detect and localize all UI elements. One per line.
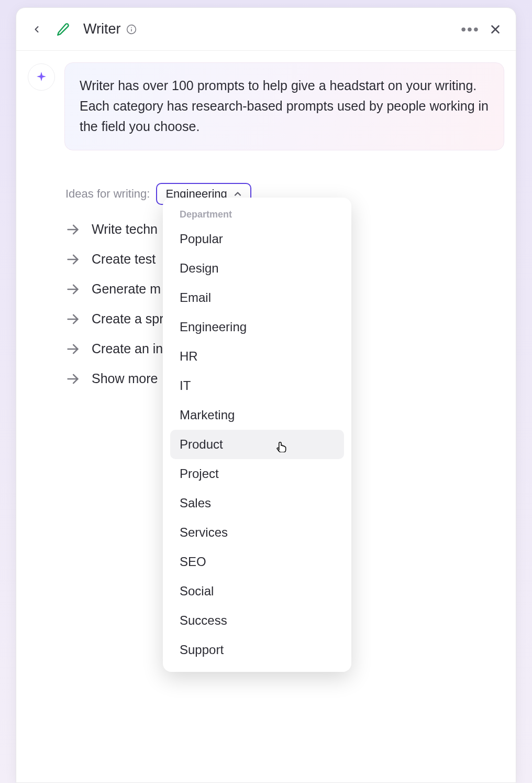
dropdown-item[interactable]: Email: [170, 283, 344, 312]
dropdown-item[interactable]: HR: [170, 342, 344, 371]
prompt-item-label: Create an in: [92, 341, 163, 356]
prompt-item-label: Generate m: [92, 281, 161, 297]
dropdown-item-label: Success: [180, 613, 227, 627]
writer-panel: Writer ••• Writer has over 100: [16, 7, 516, 783]
more-button[interactable]: •••: [461, 20, 479, 38]
arrow-right-icon: [65, 372, 80, 386]
dropdown-item-label: Project: [180, 466, 219, 481]
header-left: Writer: [28, 20, 137, 38]
ideas-label: Ideas for writing:: [65, 187, 150, 201]
dropdown-item-label: SEO: [180, 554, 206, 569]
back-button[interactable]: [28, 20, 46, 38]
dropdown-item[interactable]: Project: [170, 459, 344, 488]
dropdown-item-label: Email: [180, 290, 211, 304]
intro-row: Writer has over 100 prompts to help give…: [28, 62, 504, 150]
arrow-right-icon: [65, 312, 80, 327]
panel-title-text: Writer: [83, 21, 121, 37]
dropdown-section-label: Department: [170, 207, 344, 224]
dropdown-item[interactable]: Engineering: [170, 312, 344, 342]
arrow-right-icon: [65, 342, 80, 356]
dropdown-item-label: Social: [180, 584, 214, 598]
dropdown-item-label: Sales: [180, 496, 211, 510]
prompt-item-label: Create a spr: [92, 311, 164, 327]
intro-message: Writer has over 100 prompts to help give…: [64, 62, 504, 150]
arrow-right-icon: [65, 282, 80, 297]
dropdown-item[interactable]: Sales: [170, 488, 344, 518]
dropdown-item[interactable]: Support: [170, 635, 344, 665]
ai-badge: [28, 63, 55, 91]
dropdown-item-label: Support: [180, 643, 224, 657]
sparkle-icon: [35, 71, 48, 83]
dropdown-item-label: HR: [180, 349, 198, 363]
dropdown-options: PopularDesignEmailEngineeringHRITMarketi…: [170, 224, 344, 665]
info-icon: [126, 24, 137, 35]
panel-title: Writer: [83, 21, 137, 37]
dropdown-item[interactable]: Design: [170, 254, 344, 283]
dropdown-item[interactable]: Services: [170, 518, 344, 547]
prompt-item-label: Create test: [92, 252, 156, 267]
arrow-right-icon: [65, 222, 80, 237]
category-dropdown-menu: Department PopularDesignEmailEngineering…: [163, 198, 351, 672]
dropdown-item[interactable]: Popular: [170, 224, 344, 254]
dropdown-item-label: IT: [180, 378, 191, 393]
dropdown-item[interactable]: Product: [170, 430, 344, 459]
dropdown-item[interactable]: Success: [170, 606, 344, 635]
close-icon: [489, 23, 502, 36]
pointer-cursor-icon: [274, 438, 287, 452]
dropdown-item[interactable]: IT: [170, 371, 344, 400]
panel-header: Writer •••: [16, 8, 516, 51]
info-button[interactable]: [126, 24, 137, 35]
dropdown-item-label: Marketing: [180, 408, 235, 422]
edit-button[interactable]: [54, 20, 72, 38]
pencil-icon: [56, 23, 70, 36]
dropdown-item-label: Engineering: [180, 320, 247, 334]
dropdown-item-label: Services: [180, 525, 228, 539]
dropdown-item[interactable]: Social: [170, 577, 344, 606]
chevron-left-icon: [31, 24, 42, 35]
dropdown-item-label: Design: [180, 261, 219, 275]
dropdown-item[interactable]: Marketing: [170, 400, 344, 430]
dropdown-item-label: Popular: [180, 232, 223, 246]
dropdown-item[interactable]: SEO: [170, 547, 344, 577]
header-right: •••: [461, 20, 504, 38]
arrow-right-icon: [65, 252, 80, 267]
close-button[interactable]: [486, 20, 504, 38]
prompt-item-label: Write techn: [92, 222, 158, 237]
panel-content: Writer has over 100 prompts to help give…: [16, 51, 516, 394]
prompt-item-label: Show more: [92, 371, 158, 386]
dropdown-item-label: Product: [180, 437, 223, 451]
